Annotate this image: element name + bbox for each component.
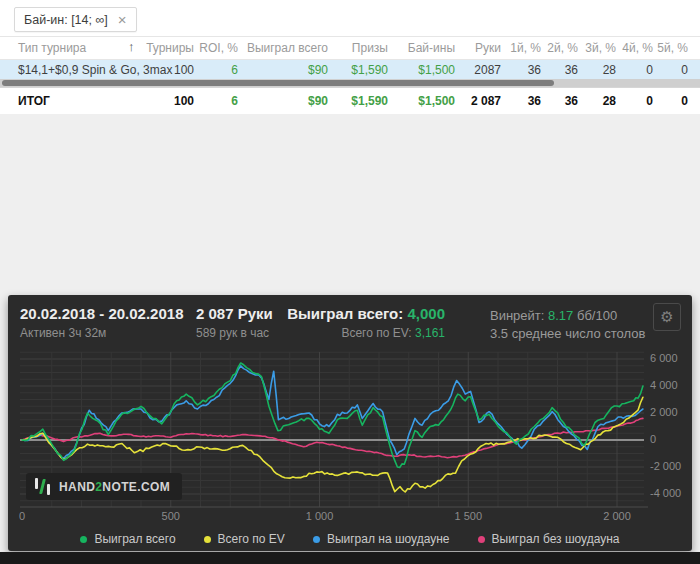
total-tournaments: 100 <box>138 94 194 108</box>
col-header-3rd[interactable]: 3й, % <box>578 41 616 55</box>
ev-total-label: Всего по EV: <box>341 326 411 340</box>
col-header-1st[interactable]: 1й, % <box>501 41 541 55</box>
total-1st: 36 <box>501 94 541 108</box>
cell-1st: 36 <box>501 63 541 77</box>
table-row[interactable]: $14,1+$0,9 Spin & Go, 3max 100 6 $90 $1,… <box>0 60 700 79</box>
total-3rd: 28 <box>578 94 616 108</box>
equity-chart-panel: 20.02.2018 - 20.02.2018 Активен 3ч 32м 2… <box>8 295 692 551</box>
y-tick-label: 6 000 <box>650 352 678 364</box>
chart-settings-button[interactable]: ⚙ <box>653 303 681 331</box>
total-row: ИТОГ 100 6 $90 $1,590 $1,500 2 087 36 36… <box>0 87 700 114</box>
buyin-filter-label: Бай-ин: [14; ∞] <box>24 13 108 27</box>
col-header-4th[interactable]: 4й, % <box>616 41 653 55</box>
bottom-window-edge <box>0 552 700 564</box>
hands-count: 2 087 Руки <box>196 305 273 322</box>
legend-dot-pink <box>478 536 485 543</box>
results-table: Тип турнира ↑ Турниры ROI, % Выиграл все… <box>0 36 700 114</box>
cell-tournament-type: $14,1+$0,9 Spin & Go, 3max <box>18 63 138 77</box>
chart-legend: Выиграл всего Всего по EV Выиграл на шоу… <box>8 532 692 546</box>
hand2note-logo-icon <box>34 478 51 495</box>
winrate-block: Винрейт: 8.17 бб/100 3.5 среднее число с… <box>490 307 645 343</box>
table-header-row: Тип турнира ↑ Турниры ROI, % Выиграл все… <box>0 36 700 60</box>
total-roi: 6 <box>194 94 238 108</box>
total-hands: 2 087 <box>455 94 501 108</box>
total-prizes: $1,590 <box>328 94 388 108</box>
col-header-roi[interactable]: ROI, % <box>194 41 238 55</box>
total-buyins: $1,500 <box>388 94 455 108</box>
x-tick-label: 2 000 <box>603 510 631 522</box>
won-total-label: Выиграл всего: <box>287 305 403 322</box>
y-tick-label: -2 000 <box>650 460 681 472</box>
sort-asc-icon[interactable]: ↑ <box>128 39 135 54</box>
x-tick-label: 1 500 <box>454 510 482 522</box>
col-header-2nd[interactable]: 2й, % <box>541 41 578 55</box>
legend-dot-green <box>80 536 87 543</box>
gear-icon: ⚙ <box>660 308 673 326</box>
hand2note-logo: HAND2NOTE.COM <box>26 473 182 500</box>
buyin-filter-chip[interactable]: Бай-ин: [14; ∞] × <box>14 7 137 32</box>
cell-hands: 2087 <box>455 63 501 77</box>
scrollbar-thumb[interactable] <box>2 80 554 86</box>
date-range: 20.02.2018 - 20.02.2018 <box>20 305 183 322</box>
winnings-block: Выиграл всего: 4,000 Всего по EV: 3,161 <box>278 305 445 340</box>
x-tick-label: 500 <box>162 510 180 522</box>
col-header-tournament-type[interactable]: Тип турнира <box>18 41 138 55</box>
col-header-5th[interactable]: 5й, % <box>653 41 688 55</box>
cell-roi: 6 <box>194 63 238 77</box>
legend-item-showdown[interactable]: Выиграл на шоудауне <box>313 532 450 546</box>
cell-won-total: $90 <box>238 63 328 77</box>
col-header-won-total[interactable]: Выиграл всего <box>238 41 328 55</box>
cell-4th: 0 <box>616 63 653 77</box>
col-header-tournaments[interactable]: Турниры <box>138 41 194 55</box>
total-2nd: 36 <box>541 94 578 108</box>
winrate-unit: бб/100 <box>577 308 617 323</box>
x-tick-label: 1 000 <box>306 510 334 522</box>
legend-item-ev[interactable]: Всего по EV <box>204 532 285 546</box>
active-time: Активен 3ч 32м <box>20 326 183 340</box>
cell-prizes: $1,590 <box>328 63 388 77</box>
col-header-hands[interactable]: Руки <box>455 41 501 55</box>
hands-block: 2 087 Руки 589 рук в час <box>196 305 273 340</box>
y-tick-label: 2 000 <box>650 406 678 418</box>
col-header-buyins[interactable]: Бай-ины <box>388 41 455 55</box>
total-won: $90 <box>238 94 328 108</box>
date-block: 20.02.2018 - 20.02.2018 Активен 3ч 32м <box>20 305 183 340</box>
x-tick-label: 0 <box>19 510 25 522</box>
cell-5th: 0 <box>653 63 688 77</box>
legend-dot-yellow <box>204 536 211 543</box>
won-total-value: 4,000 <box>407 305 445 322</box>
total-4th: 0 <box>616 94 653 108</box>
y-tick-label: 0 <box>650 433 656 445</box>
hand2note-logo-text: HAND2NOTE.COM <box>59 480 170 494</box>
ev-total-value: 3,161 <box>415 326 445 340</box>
avg-tables: 3.5 среднее число столов <box>490 325 645 343</box>
winrate-value: 8.17 <box>548 308 573 323</box>
total-label: ИТОГ <box>18 94 138 108</box>
legend-dot-blue <box>313 536 320 543</box>
hands-per-hour: 589 рук в час <box>196 326 273 340</box>
legend-item-non-showdown[interactable]: Выиграл без шоудауна <box>478 532 620 546</box>
winrate-label: Винрейт: <box>490 308 544 323</box>
horizontal-scrollbar[interactable] <box>0 79 700 87</box>
y-tick-label: 4 000 <box>650 379 678 391</box>
cell-buyins: $1,500 <box>388 63 455 77</box>
cell-tournaments: 100 <box>138 63 194 77</box>
total-5th: 0 <box>653 94 688 108</box>
close-icon[interactable]: × <box>118 12 127 27</box>
cell-2nd: 36 <box>541 63 578 77</box>
y-tick-label: -4 000 <box>650 487 681 499</box>
col-header-prizes[interactable]: Призы <box>328 41 388 55</box>
legend-item-won-total[interactable]: Выиграл всего <box>80 532 175 546</box>
report-section: Бай-ин: [14; ∞] × Тип турнира ↑ Турниры … <box>0 0 700 114</box>
cell-3rd: 28 <box>578 63 616 77</box>
